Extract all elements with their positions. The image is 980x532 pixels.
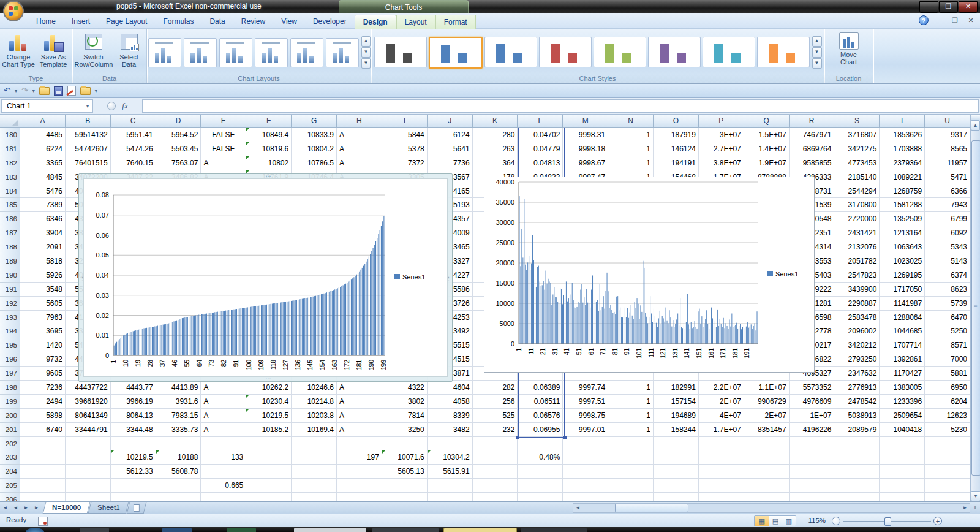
- cell[interactable]: 6470: [925, 311, 970, 325]
- cell[interactable]: 3365: [20, 156, 66, 170]
- fx-icon[interactable]: fx: [122, 101, 127, 111]
- cell[interactable]: 1040418: [880, 423, 925, 437]
- cell[interactable]: 10849.4: [246, 128, 292, 142]
- cell[interactable]: 2509654: [880, 409, 925, 423]
- cell[interactable]: 256: [473, 395, 518, 409]
- row-header-204[interactable]: 204: [0, 465, 20, 479]
- cell[interactable]: 5143: [925, 254, 970, 268]
- cell[interactable]: [518, 465, 563, 479]
- name-box[interactable]: Chart 1 ▾: [1, 99, 93, 113]
- vscroll-split-box[interactable]: [971, 115, 980, 120]
- cell[interactable]: [473, 493, 518, 501]
- hscroll-thumb[interactable]: [615, 504, 688, 512]
- cell[interactable]: [925, 465, 970, 479]
- print-preview-icon[interactable]: [67, 86, 76, 96]
- save-icon[interactable]: [54, 86, 63, 96]
- cell[interactable]: 1E+07: [790, 409, 835, 423]
- cell[interactable]: 5641: [428, 142, 473, 156]
- cell[interactable]: [834, 479, 880, 493]
- scroll-up-icon[interactable]: ▲: [971, 120, 980, 131]
- row-header-199[interactable]: 199: [0, 395, 20, 409]
- cell[interactable]: 2720000: [834, 212, 880, 226]
- name-box-dropdown-icon[interactable]: ▾: [83, 103, 92, 109]
- cell[interactable]: 157154: [654, 395, 699, 409]
- save-as-template-button[interactable]: Save As Template: [37, 31, 70, 73]
- redo-icon[interactable]: ↷: [21, 85, 28, 96]
- cell[interactable]: 8064.13: [111, 409, 156, 423]
- row-header-205[interactable]: 205: [0, 479, 20, 493]
- sheet-tab-n=10000[interactable]: N=10000: [43, 502, 91, 514]
- taskbar-app-4[interactable]: [294, 528, 366, 532]
- cell[interactable]: [428, 479, 473, 493]
- cell[interactable]: [834, 465, 880, 479]
- cell[interactable]: 9997.74: [563, 381, 608, 395]
- cell[interactable]: 1: [608, 395, 654, 409]
- cell[interactable]: 187919: [654, 128, 699, 142]
- cell[interactable]: 2.7E+07: [699, 142, 744, 156]
- cell[interactable]: 6124: [428, 128, 473, 142]
- cell[interactable]: 5818: [20, 254, 66, 268]
- cell[interactable]: A: [201, 156, 246, 170]
- change-chart-type-button[interactable]: Change Chart Type: [2, 31, 36, 73]
- cell[interactable]: 1141987: [880, 297, 925, 311]
- cell[interactable]: 5038913: [834, 409, 880, 423]
- cell[interactable]: 10819.6: [246, 142, 292, 156]
- cell[interactable]: 4443.77: [111, 381, 156, 395]
- cell[interactable]: 3335.73: [156, 423, 202, 437]
- cell[interactable]: 1: [608, 128, 654, 142]
- cell[interactable]: [201, 465, 246, 479]
- row-header-185[interactable]: 185: [0, 198, 20, 212]
- taskbar-app-5[interactable]: [372, 528, 439, 532]
- cell[interactable]: A: [337, 142, 382, 156]
- row-header-195[interactable]: 195: [0, 338, 20, 352]
- cell[interactable]: 3.8E+07: [699, 156, 744, 170]
- cell[interactable]: 282: [473, 381, 518, 395]
- tab-data[interactable]: Data: [202, 15, 233, 29]
- row-header-183[interactable]: 183: [0, 170, 20, 184]
- cell[interactable]: 10804.2: [292, 142, 337, 156]
- cell[interactable]: 5503.45: [156, 142, 202, 156]
- cell[interactable]: 5881: [925, 367, 970, 381]
- row-header-202[interactable]: 202: [0, 437, 20, 451]
- cell[interactable]: FALSE: [201, 128, 246, 142]
- cell[interactable]: [518, 493, 563, 501]
- cell[interactable]: 5476: [20, 184, 66, 199]
- column-header-K[interactable]: K: [473, 115, 518, 128]
- column-header-P[interactable]: P: [699, 115, 744, 128]
- chart-layout-thumb[interactable]: [219, 38, 252, 67]
- cell[interactable]: 7467971: [790, 128, 835, 142]
- new-folder-icon[interactable]: [80, 87, 91, 95]
- row-header-206[interactable]: 206: [0, 493, 20, 501]
- cell[interactable]: 3420212: [834, 338, 880, 352]
- cell[interactable]: [699, 493, 744, 501]
- row-header-194[interactable]: 194: [0, 324, 20, 338]
- cell[interactable]: 0.06389: [518, 381, 563, 395]
- cell[interactable]: [790, 493, 835, 501]
- cell[interactable]: 4604: [428, 381, 473, 395]
- tab-insert[interactable]: Insert: [64, 15, 98, 29]
- cell[interactable]: [156, 437, 202, 451]
- cell[interactable]: [608, 479, 654, 493]
- cell[interactable]: 5605.13: [382, 465, 428, 479]
- cell[interactable]: [382, 437, 428, 451]
- cell[interactable]: [925, 493, 970, 501]
- cell[interactable]: [608, 493, 654, 501]
- cell[interactable]: 1170427: [880, 367, 925, 381]
- cell[interactable]: 1383005: [880, 381, 925, 395]
- cell[interactable]: [563, 450, 608, 465]
- cell[interactable]: [790, 450, 835, 465]
- cell[interactable]: [473, 479, 518, 493]
- cell[interactable]: A: [337, 409, 382, 423]
- chart-style-thumb-1[interactable]: [374, 37, 427, 67]
- cell[interactable]: 525: [473, 409, 518, 423]
- cell[interactable]: [473, 465, 518, 479]
- cell[interactable]: [20, 465, 66, 479]
- cell[interactable]: [880, 479, 925, 493]
- cell[interactable]: [744, 437, 790, 451]
- cell[interactable]: 0.06955: [518, 423, 563, 437]
- column-header-U[interactable]: U: [925, 115, 970, 128]
- cell[interactable]: [382, 493, 428, 501]
- cell[interactable]: [834, 450, 880, 465]
- cell[interactable]: 8351457: [744, 423, 790, 437]
- cell[interactable]: [699, 437, 744, 451]
